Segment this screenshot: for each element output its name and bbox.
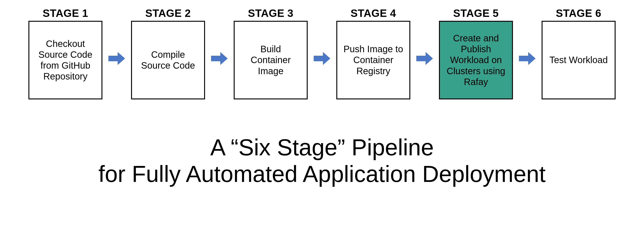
stage-5-box: Create and Publish Workload on Clusters … [439, 21, 513, 100]
stage-3-header: STAGE 3 [248, 7, 294, 20]
stage-2-header: STAGE 2 [146, 7, 191, 20]
stage-5-desc: Create and Publish Workload on Clusters … [446, 33, 506, 88]
stage-6: STAGE 6 Test Workload [542, 7, 616, 100]
stage-2: STAGE 2 Compile Source Code [131, 7, 205, 100]
stage-4-header: STAGE 4 [351, 7, 396, 20]
stage-1-header: STAGE 1 [43, 7, 88, 20]
stage-3-box: Build Container Image [234, 21, 308, 100]
caption-line-1: A “Six Stage” Pipeline [0, 134, 644, 161]
stage-4-box: Push Image to Container Registry [336, 21, 410, 100]
stage-6-header: STAGE 6 [556, 7, 602, 20]
pipeline-row: STAGE 1 Checkout Source Code from GitHub… [0, 7, 644, 100]
stage-1: STAGE 1 Checkout Source Code from GitHub… [28, 7, 102, 100]
stage-5-header: STAGE 5 [453, 7, 499, 20]
stage-1-desc: Checkout Source Code from GitHub Reposit… [35, 38, 96, 82]
arrow-right-icon [313, 38, 331, 68]
stage-6-box: Test Workload [542, 21, 616, 100]
caption-line-2: for Fully Automated Application Deployme… [0, 161, 644, 187]
stage-3-desc: Build Container Image [240, 44, 301, 76]
stage-2-desc: Compile Source Code [138, 49, 198, 71]
diagram-caption: A “Six Stage” Pipeline for Fully Automat… [0, 134, 644, 187]
stage-4: STAGE 4 Push Image to Container Registry [336, 7, 410, 100]
stage-6-desc: Test Workload [550, 54, 608, 66]
arrow-right-icon [518, 38, 536, 68]
stage-1-box: Checkout Source Code from GitHub Reposit… [28, 21, 102, 100]
stage-5: STAGE 5 Create and Publish Workload on C… [439, 7, 513, 100]
arrow-right-icon [210, 38, 228, 68]
stage-2-box: Compile Source Code [131, 21, 205, 100]
diagram-canvas: STAGE 1 Checkout Source Code from GitHub… [0, 0, 644, 233]
stage-4-desc: Push Image to Container Registry [343, 44, 404, 76]
arrow-right-icon [416, 38, 434, 68]
arrow-right-icon [108, 38, 126, 68]
stage-3: STAGE 3 Build Container Image [234, 7, 308, 100]
